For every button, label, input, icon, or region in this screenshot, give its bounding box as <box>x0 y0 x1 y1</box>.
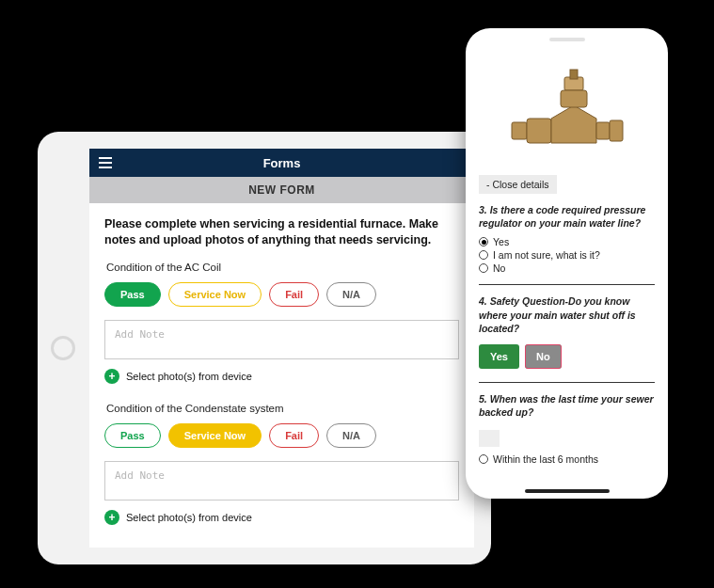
divider <box>479 382 655 383</box>
radio-option-unsure[interactable]: I am not sure, what is it? <box>475 248 658 262</box>
note-input[interactable]: Add Note <box>104 461 459 501</box>
no-button[interactable]: No <box>525 344 562 369</box>
tablet-home-button[interactable] <box>51 336 75 360</box>
radio-label: I am not sure, what is it? <box>493 249 600 261</box>
radio-icon <box>479 237 488 246</box>
close-details-button[interactable]: - Close details <box>479 175 557 194</box>
select-photo-label: Select photo(s) from device <box>126 371 252 382</box>
radio-label: Yes <box>493 236 509 247</box>
pressure-regulator-image <box>475 53 658 166</box>
phone-screen: - Close details 3. Is there a code requi… <box>475 53 658 485</box>
na-button[interactable]: N/A <box>326 423 376 448</box>
select-photo-row[interactable]: + Select photo(s) from device <box>104 510 459 525</box>
svg-rect-5 <box>561 90 587 107</box>
phone-home-bar[interactable] <box>525 489 610 493</box>
app-header: Forms <box>89 149 474 177</box>
radio-icon <box>479 263 488 273</box>
pass-button[interactable]: Pass <box>104 423 161 448</box>
option-row: Pass Service Now Fail N/A <box>104 423 459 448</box>
collapsed-option[interactable] <box>479 430 500 447</box>
radio-label: Within the last 6 months <box>493 453 598 465</box>
select-photo-label: Select photo(s) from device <box>126 512 252 523</box>
radio-icon <box>479 454 488 464</box>
pass-button[interactable]: Pass <box>104 282 161 307</box>
subheader: NEW FORM <box>89 177 474 203</box>
section-label: Condition of the Condenstate system <box>106 403 459 414</box>
svg-rect-3 <box>610 120 623 141</box>
option-row: Pass Service Now Fail N/A <box>104 282 459 307</box>
form-instructions: Please complete when servicing a residen… <box>104 216 459 248</box>
hamburger-icon[interactable] <box>99 157 112 168</box>
phone-device: - Close details 3. Is there a code requi… <box>466 28 668 499</box>
divider <box>479 284 655 285</box>
service-now-button[interactable]: Service Now <box>168 282 262 307</box>
note-input[interactable]: Add Note <box>104 320 459 359</box>
yes-button[interactable]: Yes <box>479 344 519 369</box>
radio-option-no[interactable]: No <box>475 262 658 275</box>
tablet-device: Forms NEW FORM Please complete when serv… <box>38 132 491 564</box>
svg-rect-2 <box>596 122 610 139</box>
radio-option-within[interactable]: Within the last 6 months <box>475 453 658 466</box>
plus-icon: + <box>104 510 119 525</box>
question-3: 3. Is there a code required pressure reg… <box>475 203 658 235</box>
fail-button[interactable]: Fail <box>269 282 319 307</box>
service-now-button[interactable]: Service Now <box>168 423 262 448</box>
radio-label: No <box>493 262 505 274</box>
radio-icon <box>479 250 488 260</box>
header-title: Forms <box>263 156 301 170</box>
question-5: 5. When was the last time your sewer bac… <box>475 392 658 424</box>
select-photo-row[interactable]: + Select photo(s) from device <box>104 369 459 384</box>
section-label: Condition of the AC Coil <box>106 262 459 273</box>
question-4: 4. Safety Question-Do you know where you… <box>475 294 658 341</box>
tablet-screen: Forms NEW FORM Please complete when serv… <box>89 149 474 548</box>
svg-rect-6 <box>570 70 578 79</box>
svg-rect-0 <box>512 122 527 139</box>
form-body: Please complete when servicing a residen… <box>89 203 474 525</box>
yes-no-row: Yes No <box>475 341 658 373</box>
svg-rect-1 <box>527 119 551 143</box>
plus-icon: + <box>104 369 119 384</box>
na-button[interactable]: N/A <box>326 282 376 307</box>
radio-option-yes[interactable]: Yes <box>475 235 658 248</box>
fail-button[interactable]: Fail <box>269 423 319 448</box>
phone-speaker <box>549 38 585 41</box>
